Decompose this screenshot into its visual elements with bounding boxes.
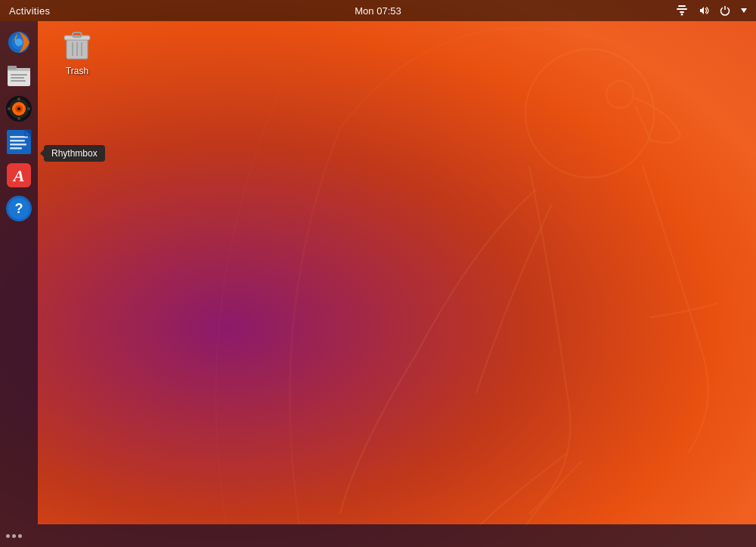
power-dropdown-arrow[interactable] <box>738 7 750 14</box>
sidebar: A ? <box>0 21 38 524</box>
sidebar-item-help[interactable]: ? <box>4 193 34 224</box>
svg-rect-4 <box>680 11 684 13</box>
power-icon[interactable] <box>717 4 733 17</box>
svg-rect-29 <box>10 147 22 150</box>
firefox-icon <box>5 29 33 56</box>
svg-text:A: A <box>12 166 25 185</box>
svg-point-8 <box>15 39 23 46</box>
svg-rect-14 <box>11 80 26 82</box>
svg-rect-3 <box>677 8 687 10</box>
network-icon[interactable] <box>673 4 691 17</box>
activities-button[interactable]: Activities <box>6 5 53 17</box>
svg-rect-28 <box>10 144 26 146</box>
dot-2 <box>12 534 16 538</box>
svg-rect-27 <box>10 140 25 142</box>
svg-rect-12 <box>11 74 27 76</box>
sidebar-item-firefox[interactable] <box>4 27 34 57</box>
volume-icon[interactable] <box>696 4 712 17</box>
dot-1 <box>6 534 10 538</box>
trash-desktop-icon[interactable]: Trash <box>59 26 95 76</box>
show-applications-button[interactable] <box>6 534 22 538</box>
rhythmbox-icon <box>5 95 33 122</box>
topbar: Activities Mon 07:53 <box>0 0 756 21</box>
help-icon: ? <box>5 195 33 222</box>
svg-point-20 <box>17 97 20 100</box>
svg-point-22 <box>8 107 11 110</box>
sidebar-item-writer[interactable] <box>4 127 34 157</box>
svg-point-19 <box>17 107 20 110</box>
trash-svg <box>61 27 93 62</box>
background-bird <box>189 15 718 529</box>
svg-point-1 <box>606 81 634 108</box>
topbar-left: Activities <box>6 5 53 17</box>
topbar-right <box>673 4 750 17</box>
svg-point-23 <box>27 107 30 110</box>
svg-text:?: ? <box>15 201 23 216</box>
desktop <box>0 0 756 547</box>
files-icon <box>5 62 33 89</box>
svg-rect-38 <box>73 32 82 37</box>
svg-rect-24 <box>7 130 31 154</box>
trash-icon-image <box>59 26 95 63</box>
svg-point-5 <box>681 14 683 16</box>
trash-label: Trash <box>66 66 88 76</box>
topbar-datetime: Mon 07:53 <box>355 5 401 17</box>
svg-rect-2 <box>678 5 686 7</box>
svg-point-21 <box>17 117 20 120</box>
bottombar <box>0 524 756 547</box>
sidebar-item-rhythmbox[interactable] <box>4 94 34 124</box>
sidebar-item-files[interactable] <box>4 60 34 91</box>
svg-point-0 <box>525 49 654 178</box>
svg-rect-11 <box>8 66 17 70</box>
sidebar-item-appstore[interactable]: A <box>4 160 34 190</box>
writer-icon <box>5 128 33 156</box>
appstore-icon: A <box>5 162 33 189</box>
svg-rect-13 <box>11 77 24 79</box>
dot-3 <box>18 534 22 538</box>
